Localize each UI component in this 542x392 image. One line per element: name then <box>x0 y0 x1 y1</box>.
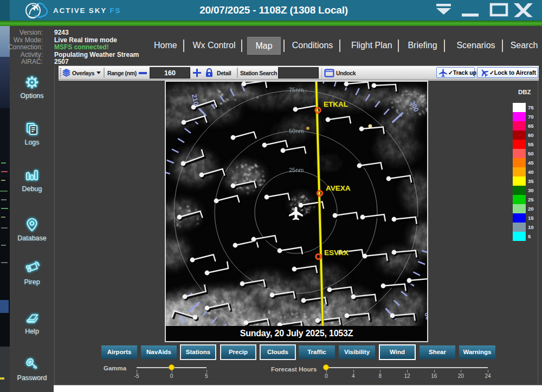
svg-text:AVEXA: AVEXA <box>326 184 351 192</box>
svg-text:ESVAX: ESVAX <box>324 249 349 257</box>
svg-text:25nm: 25nm <box>289 167 304 173</box>
svg-text:50nm: 50nm <box>289 128 304 134</box>
svg-text:ETKAL: ETKAL <box>324 100 348 108</box>
svg-text:75nm: 75nm <box>289 87 304 93</box>
